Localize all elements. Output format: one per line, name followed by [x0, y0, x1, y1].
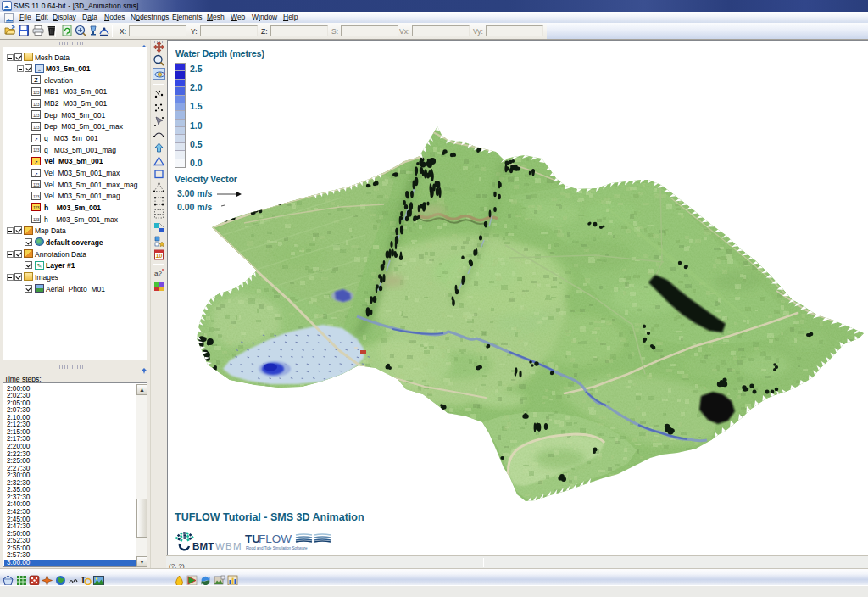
svg-text:a?: a?	[154, 270, 162, 277]
svg-text:10: 10	[156, 253, 163, 259]
svg-text:Flood and Tide Simulation Soft: Flood and Tide Simulation Software	[246, 546, 308, 550]
svg-text:WBM: WBM	[215, 541, 242, 551]
svg-text:BMT: BMT	[192, 541, 214, 551]
svg-text:FLOW: FLOW	[259, 533, 292, 545]
